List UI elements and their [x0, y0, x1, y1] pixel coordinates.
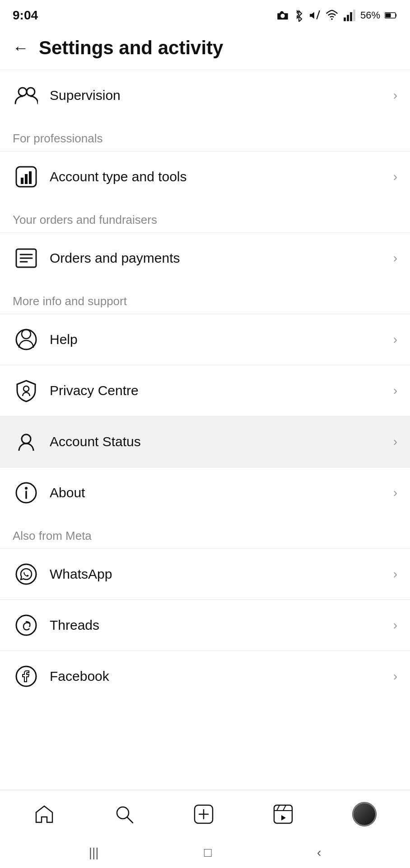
privacy-label: Privacy Centre	[50, 383, 393, 398]
search-icon	[113, 803, 135, 825]
menu-item-whatsapp[interactable]: WhatsApp ›	[0, 548, 410, 599]
facebook-label: Facebook	[50, 669, 393, 684]
android-back[interactable]: |||	[89, 845, 99, 860]
mute-icon	[309, 9, 321, 22]
svg-rect-12	[25, 174, 28, 184]
whatsapp-label: WhatsApp	[50, 566, 393, 582]
home-icon	[33, 803, 55, 825]
supervision-chevron: ›	[393, 88, 397, 103]
battery-icon	[385, 10, 397, 20]
section-label-support: More info and support	[0, 283, 410, 314]
threads-chevron: ›	[393, 618, 397, 632]
menu-item-help[interactable]: Help ›	[0, 314, 410, 365]
help-chevron: ›	[393, 332, 397, 347]
threads-icon	[13, 612, 40, 639]
menu-item-supervision[interactable]: Supervision ›	[0, 70, 410, 121]
account-type-chevron: ›	[393, 170, 397, 184]
supervision-icon	[13, 82, 40, 109]
section-label-orders: Your orders and fundraisers	[0, 202, 410, 232]
help-label: Help	[50, 332, 393, 347]
svg-point-1	[331, 18, 333, 20]
whatsapp-chevron: ›	[393, 567, 397, 581]
android-recents[interactable]: ‹	[317, 845, 321, 860]
threads-label: Threads	[50, 618, 393, 633]
create-icon	[193, 803, 214, 825]
svg-point-24	[16, 564, 36, 584]
svg-line-34	[277, 805, 280, 811]
orders-chevron: ›	[393, 251, 397, 265]
bottom-nav-items	[0, 790, 410, 837]
svg-rect-4	[350, 12, 352, 21]
privacy-chevron: ›	[393, 383, 397, 398]
svg-point-8	[19, 88, 27, 96]
svg-point-9	[27, 88, 35, 96]
svg-rect-3	[347, 15, 349, 21]
menu-item-account-status[interactable]: Account Status ›	[0, 416, 410, 467]
svg-rect-32	[274, 805, 292, 823]
battery-text: 56%	[360, 9, 380, 21]
nav-reels[interactable]	[264, 800, 302, 829]
svg-line-35	[283, 805, 286, 811]
menu-item-facebook[interactable]: Facebook ›	[0, 651, 410, 702]
about-chevron: ›	[393, 486, 397, 500]
menu-item-about[interactable]: About ›	[0, 467, 410, 518]
about-icon	[13, 479, 40, 506]
account-status-icon	[13, 428, 40, 455]
menu-item-account-type[interactable]: Account type and tools ›	[0, 151, 410, 202]
section-label-professionals: For professionals	[0, 121, 410, 151]
account-status-label: Account Status	[50, 434, 393, 449]
svg-point-19	[22, 330, 31, 339]
nav-create[interactable]	[185, 800, 223, 829]
avatar-image	[353, 802, 376, 826]
svg-rect-7	[386, 14, 391, 18]
orders-icon	[13, 245, 40, 272]
back-button[interactable]: ←	[13, 38, 29, 57]
status-time: 9:04	[13, 8, 38, 23]
facebook-chevron: ›	[393, 669, 397, 684]
bluetooth-icon	[294, 9, 304, 22]
svg-point-27	[117, 807, 129, 819]
supervision-label: Supervision	[50, 88, 393, 103]
facebook-icon	[13, 663, 40, 690]
header: ← Settings and activity	[0, 28, 410, 70]
menu-item-threads[interactable]: Threads ›	[0, 599, 410, 651]
menu-item-orders[interactable]: Orders and payments ›	[0, 232, 410, 283]
whatsapp-icon	[13, 561, 40, 588]
nav-search[interactable]	[105, 800, 143, 829]
android-home[interactable]: □	[204, 845, 212, 860]
bottom-nav: ||| □ ‹	[0, 790, 410, 868]
svg-rect-13	[29, 171, 32, 184]
nav-profile[interactable]	[344, 798, 385, 830]
nav-home[interactable]	[25, 800, 63, 829]
status-bar: 9:04 56%	[0, 0, 410, 28]
wifi-icon	[325, 9, 339, 22]
main-content: Supervision › For professionals Account …	[0, 70, 410, 783]
account-status-chevron: ›	[393, 434, 397, 449]
svg-rect-5	[353, 9, 355, 21]
svg-rect-2	[344, 18, 346, 21]
svg-rect-11	[21, 178, 23, 184]
privacy-icon	[13, 377, 40, 404]
help-icon	[13, 326, 40, 353]
orders-label: Orders and payments	[50, 250, 393, 266]
android-nav: ||| □ ‹	[0, 837, 410, 868]
reels-icon	[272, 803, 294, 825]
page-title: Settings and activity	[39, 37, 223, 59]
account-type-label: Account type and tools	[50, 169, 393, 184]
camera-icon	[276, 9, 289, 22]
account-type-icon	[13, 163, 40, 190]
svg-point-22	[25, 487, 28, 490]
menu-item-privacy[interactable]: Privacy Centre ›	[0, 365, 410, 416]
svg-line-28	[127, 817, 133, 823]
section-label-meta: Also from Meta	[0, 518, 410, 548]
avatar	[352, 802, 377, 826]
signal-icon	[343, 9, 356, 22]
status-icons: 56%	[276, 9, 397, 22]
svg-line-0	[317, 10, 320, 19]
about-label: About	[50, 485, 393, 500]
svg-point-25	[16, 615, 36, 635]
svg-point-20	[22, 434, 31, 443]
